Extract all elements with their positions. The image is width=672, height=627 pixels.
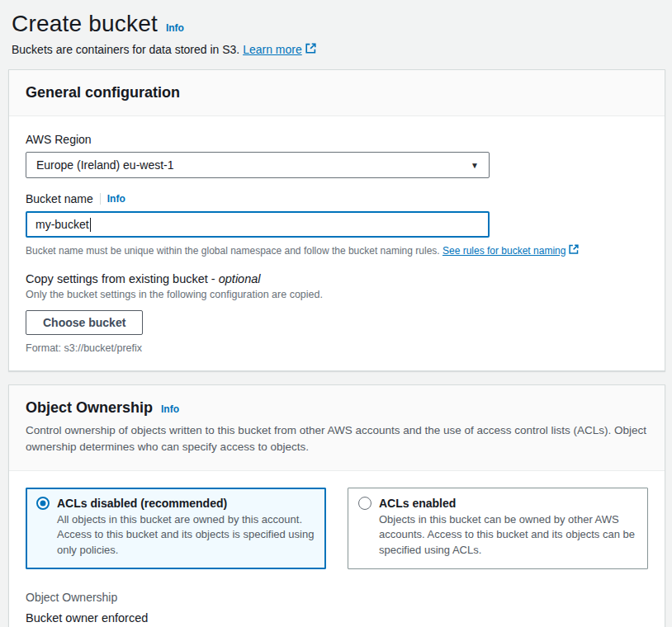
acls-enabled-option[interactable]: ACLs enabled Objects in this bucket can …: [348, 488, 648, 570]
radio-unchecked-icon[interactable]: [358, 497, 371, 510]
aws-region-field: AWS Region Europe (Ireland) eu-west-1 ▼: [26, 133, 648, 178]
general-configuration-header: General configuration: [9, 70, 665, 116]
acls-disabled-description: All objects in this bucket are owned by …: [57, 512, 315, 559]
optional-label: optional: [219, 272, 261, 285]
object-ownership-title: Object Ownership: [26, 399, 153, 417]
bucket-name-helper: Bucket name must be unique within the gl…: [26, 244, 648, 257]
acls-disabled-label: ACLs disabled (recommended): [57, 497, 227, 510]
bucket-name-field: Bucket name Info my-bucket Bucket name m…: [26, 192, 648, 257]
radio-checked-icon[interactable]: [36, 497, 50, 510]
copy-settings-section: Copy settings from existing bucket - opt…: [26, 272, 648, 354]
bucket-naming-rules-link[interactable]: See rules for bucket naming: [442, 244, 579, 257]
external-link-icon: [305, 43, 316, 56]
object-ownership-card: Object Ownership Info Control ownership …: [8, 384, 665, 627]
choose-bucket-button[interactable]: Choose bucket: [26, 310, 143, 335]
aws-region-select[interactable]: Europe (Ireland) eu-west-1 ▼: [26, 152, 490, 178]
ownership-options: ACLs disabled (recommended) All objects …: [26, 488, 648, 570]
ownership-summary-value: Bucket owner enforced: [26, 611, 648, 625]
bucket-name-label: Bucket name: [26, 192, 93, 205]
aws-region-value: Europe (Ireland) eu-west-1: [36, 158, 174, 172]
learn-more-link[interactable]: Learn more: [243, 43, 316, 56]
text-caret: [90, 218, 91, 232]
format-hint: Format: s3://bucket/prefix: [26, 342, 648, 354]
ownership-summary-label: Object Ownership: [26, 591, 648, 604]
copy-settings-label: Copy settings from existing bucket - opt…: [26, 272, 648, 285]
general-configuration-card: General configuration AWS Region Europe …: [8, 69, 665, 371]
page-subtitle: Buckets are containers for data stored i…: [12, 43, 660, 56]
ownership-summary: Object Ownership Bucket owner enforced: [26, 591, 648, 625]
page-subtitle-text: Buckets are containers for data stored i…: [12, 43, 239, 56]
acls-enabled-label: ACLs enabled: [379, 497, 456, 510]
acls-disabled-option[interactable]: ACLs disabled (recommended) All objects …: [26, 488, 326, 570]
chevron-down-icon: ▼: [471, 161, 479, 170]
create-bucket-page: Create bucket Info Buckets are container…: [0, 0, 672, 627]
external-link-icon: [569, 244, 579, 257]
general-configuration-title: General configuration: [26, 84, 648, 101]
bucket-name-input[interactable]: my-bucket: [26, 211, 490, 238]
page-header: Create bucket Info Buckets are container…: [0, 0, 672, 56]
object-ownership-description: Control ownership of objects written to …: [26, 422, 648, 456]
page-title: Create bucket: [12, 11, 158, 37]
acls-enabled-description: Objects in this bucket can be owned by o…: [379, 512, 637, 559]
bucket-name-value: my-bucket: [35, 218, 89, 231]
object-ownership-info-link[interactable]: Info: [161, 403, 179, 415]
object-ownership-header: Object Ownership Info Control ownership …: [9, 385, 665, 471]
bucket-name-info-link[interactable]: Info: [107, 193, 125, 205]
copy-settings-description: Only the bucket settings in the followin…: [26, 289, 648, 300]
page-title-info-link[interactable]: Info: [166, 22, 184, 34]
aws-region-label: AWS Region: [26, 133, 648, 146]
label-divider: [100, 193, 101, 205]
